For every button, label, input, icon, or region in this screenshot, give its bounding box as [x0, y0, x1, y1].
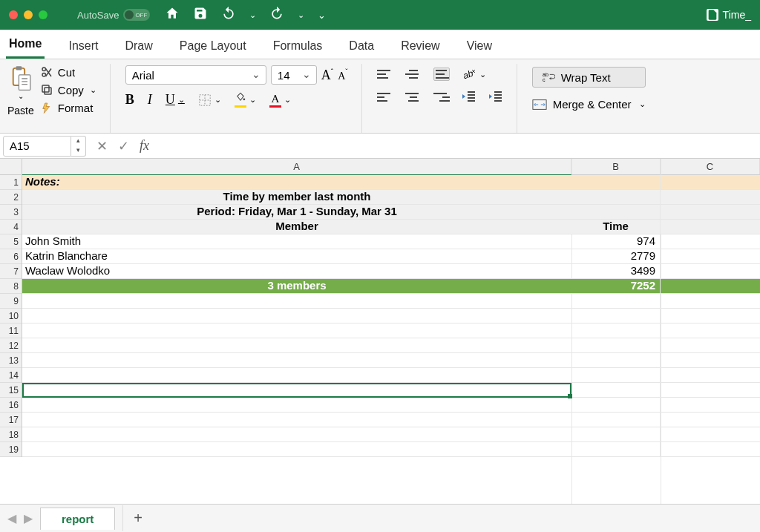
cell[interactable]: Notes: — [22, 175, 571, 189]
name-box[interactable] — [3, 136, 71, 157]
cell[interactable] — [571, 294, 661, 308]
undo-icon[interactable] — [221, 6, 236, 24]
row-header[interactable]: 1 — [0, 175, 22, 190]
row-header[interactable]: 18 — [0, 427, 22, 442]
row-header[interactable]: 14 — [0, 368, 22, 383]
cell[interactable] — [571, 383, 661, 397]
tab-home[interactable]: Home — [6, 30, 45, 59]
font-name-select[interactable] — [125, 65, 266, 85]
tab-page-layout[interactable]: Page Layout — [177, 32, 249, 59]
align-right-icon[interactable] — [433, 91, 450, 104]
cell[interactable]: Waclaw Wolodko — [22, 264, 571, 278]
cell[interactable] — [22, 294, 571, 308]
tab-review[interactable]: Review — [398, 32, 442, 59]
row-header[interactable]: 5 — [0, 234, 22, 249]
align-center-icon[interactable] — [405, 91, 422, 104]
cell[interactable] — [571, 175, 661, 189]
sheet-nav-prev-icon[interactable]: ◀ — [7, 511, 16, 525]
row-header[interactable]: 17 — [0, 413, 22, 427]
column-header-c[interactable]: C — [661, 159, 760, 174]
cell[interactable]: Member — [22, 220, 571, 234]
cell[interactable]: John Smith — [22, 234, 571, 249]
row-header[interactable]: 11 — [0, 324, 22, 338]
fx-icon[interactable]: fx — [140, 138, 149, 154]
column-header-a[interactable]: A — [22, 159, 571, 174]
cell[interactable] — [571, 398, 661, 412]
customize-qat-icon[interactable]: ⌄ — [318, 10, 326, 21]
cell[interactable] — [22, 427, 571, 441]
cell[interactable]: Time — [571, 220, 661, 234]
home-icon[interactable] — [165, 6, 180, 24]
orientation-button[interactable]: ab⌄ — [462, 67, 486, 82]
cell[interactable] — [571, 205, 661, 219]
cell[interactable]: 7252 — [571, 279, 661, 293]
tab-formulas[interactable]: Formulas — [270, 32, 326, 59]
cell[interactable]: 3499 — [571, 264, 661, 278]
underline-button[interactable]: U ⌄ — [166, 92, 185, 108]
align-middle-icon[interactable] — [405, 68, 422, 81]
minimize-window-icon[interactable] — [24, 10, 33, 19]
paste-button[interactable]: ⌄ Paste — [7, 64, 40, 116]
row-header[interactable]: 10 — [0, 309, 22, 324]
cell[interactable]: 974 — [571, 234, 661, 249]
cell[interactable] — [571, 413, 661, 427]
sheet-tab-report[interactable]: report — [40, 508, 115, 530]
name-box-stepper[interactable]: ▴▾ — [71, 136, 86, 157]
tab-insert[interactable]: Insert — [65, 32, 101, 59]
confirm-formula-icon[interactable]: ✓ — [118, 138, 129, 154]
tab-data[interactable]: Data — [346, 32, 377, 59]
merge-center-button[interactable]: Merge & Center⌄ — [532, 95, 646, 114]
row-header[interactable]: 4 — [0, 220, 22, 234]
align-bottom-icon[interactable] — [433, 68, 450, 81]
cell[interactable] — [22, 398, 571, 412]
maximize-window-icon[interactable] — [39, 10, 48, 19]
cell[interactable] — [571, 368, 661, 382]
cell[interactable] — [22, 413, 571, 427]
bold-button[interactable]: B — [125, 92, 134, 108]
cell[interactable]: 3 members — [22, 279, 571, 293]
borders-button[interactable]: ⌄ — [198, 93, 221, 107]
fill-color-button[interactable]: ⌄ — [235, 92, 256, 108]
redo-icon[interactable] — [269, 6, 284, 24]
row-header[interactable]: 13 — [0, 353, 22, 368]
row-header[interactable]: 16 — [0, 398, 22, 413]
row-header[interactable]: 6 — [0, 249, 22, 264]
autosave-switch[interactable]: OFF — [123, 9, 150, 21]
cell[interactable] — [571, 324, 661, 338]
sheet-nav-next-icon[interactable]: ▶ — [24, 511, 33, 525]
cell[interactable]: 2779 — [571, 249, 661, 263]
cell[interactable]: Katrin Blanchare — [22, 249, 571, 263]
decrease-indent-icon[interactable] — [462, 91, 476, 104]
cell[interactable] — [22, 368, 571, 382]
formula-input[interactable] — [160, 136, 760, 157]
undo-dropdown-icon[interactable]: ⌄ — [249, 10, 256, 20]
align-left-icon[interactable] — [377, 91, 393, 104]
cell[interactable]: Period: Friday, Mar 1 - Sunday, Mar 31 — [22, 205, 571, 219]
increase-indent-icon[interactable] — [488, 91, 503, 104]
tab-draw[interactable]: Draw — [122, 32, 155, 59]
cell[interactable] — [571, 190, 661, 204]
redo-dropdown-icon[interactable]: ⌄ — [298, 10, 304, 20]
cell[interactable] — [571, 353, 661, 367]
cell[interactable] — [571, 442, 661, 456]
cell-a15[interactable] — [22, 383, 571, 397]
cancel-formula-icon[interactable]: ✕ — [96, 138, 108, 154]
italic-button[interactable]: I — [148, 92, 152, 108]
row-header[interactable]: 3 — [0, 205, 22, 220]
row-header[interactable]: 2 — [0, 190, 22, 205]
tab-view[interactable]: View — [464, 32, 495, 59]
row-header[interactable]: 7 — [0, 264, 22, 279]
wrap-text-button[interactable]: abc Wrap Text — [532, 67, 646, 88]
row-header[interactable]: 15 — [0, 383, 22, 398]
cell[interactable] — [22, 324, 571, 338]
format-painter-button[interactable]: Format — [40, 101, 96, 114]
column-header-b[interactable]: B — [571, 159, 661, 174]
cell[interactable] — [22, 353, 571, 367]
cell[interactable] — [22, 338, 571, 352]
cut-button[interactable]: Cut — [40, 65, 96, 79]
cell[interactable] — [22, 309, 571, 323]
increase-font-icon[interactable]: Aˆ — [321, 68, 333, 83]
font-color-button[interactable]: A⌄ — [269, 93, 291, 108]
save-icon[interactable] — [193, 6, 208, 24]
row-header[interactable]: 8 — [0, 279, 22, 294]
